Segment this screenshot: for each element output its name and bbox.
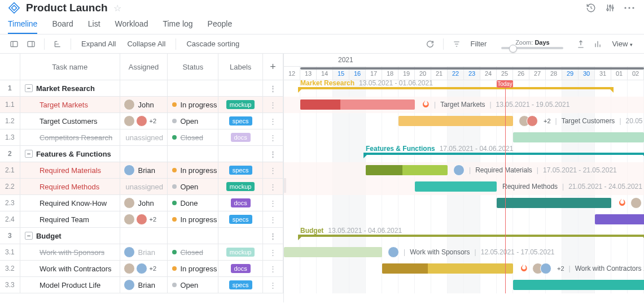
row-more-icon[interactable]: ⋮: [263, 146, 283, 162]
group-row[interactable]: 2−Features & Functions⋮: [0, 146, 283, 162]
row-more-icon[interactable]: ⋮: [263, 113, 283, 129]
assignee-more[interactable]: +2: [150, 118, 157, 124]
task-row[interactable]: 2.2Required MethodsunassignedOpenmockup⋮: [0, 179, 283, 195]
today-line: [505, 80, 506, 293]
row-more-icon[interactable]: ⋮: [263, 211, 283, 227]
tab-people[interactable]: People: [208, 19, 233, 34]
task-row[interactable]: 2.3Required Know-HowJohnDonedocs⋮: [0, 195, 283, 211]
gantt-bar[interactable]: Model Product Life: [513, 280, 644, 290]
tab-list[interactable]: List: [88, 19, 100, 34]
column-header-status[interactable]: Status: [168, 54, 218, 80]
label-badge[interactable]: docs: [231, 133, 251, 142]
gantt-bar[interactable]: +2|Target Customers|20.05: [398, 116, 513, 126]
summary-bar[interactable]: Budget13.05.2021 - 04.06.2021: [300, 235, 644, 237]
task-name: Model Product Life: [40, 281, 100, 289]
assignee-name: Brian: [138, 166, 155, 175]
gantt-bar[interactable]: |Target Markets|13.05.2021 - 19.05.2021: [300, 99, 415, 110]
svg-point-3: [624, 7, 626, 8]
label-badge[interactable]: mockup: [226, 182, 255, 191]
task-row[interactable]: 2.1Required MaterialsBrianIn progressspe…: [0, 162, 283, 179]
avatar: [124, 279, 135, 291]
task-row[interactable]: 2.4Required Team+2In progressspecs⋮: [0, 211, 283, 228]
hierarchy-icon[interactable]: [51, 38, 64, 50]
panel-right-icon[interactable]: [25, 38, 37, 50]
column-header-assigned[interactable]: Assigned: [120, 54, 168, 80]
assignee-more[interactable]: +2: [150, 265, 157, 272]
label-badge[interactable]: mockup: [226, 248, 255, 257]
collapse-toggle[interactable]: −: [25, 232, 33, 240]
tab-board[interactable]: Board: [52, 19, 73, 34]
row-more-icon[interactable]: ⋮: [263, 162, 283, 178]
label-badge[interactable]: docs: [231, 198, 251, 207]
column-header-task[interactable]: Task name: [20, 54, 120, 80]
collapse-toggle[interactable]: −: [25, 84, 33, 92]
filter-button[interactable]: Filter: [467, 40, 490, 48]
row-more-icon[interactable]: ⋮: [263, 195, 283, 211]
assignee-more[interactable]: +2: [557, 265, 564, 272]
export-icon[interactable]: [575, 38, 587, 50]
collapse-toggle[interactable]: −: [25, 150, 33, 158]
cascade-sorting-button[interactable]: Cascade sorting: [183, 40, 243, 48]
avatar: [124, 197, 135, 209]
row-more-icon[interactable]: ⋮: [263, 228, 283, 244]
panel-left-icon[interactable]: [8, 38, 20, 50]
row-more-icon[interactable]: ⋮: [263, 244, 283, 260]
avatar: [124, 246, 135, 258]
label-badge[interactable]: specs: [229, 215, 252, 224]
status-text: Closed: [180, 133, 203, 142]
status-dot: [172, 135, 177, 140]
settings-sliders-icon[interactable]: [603, 1, 617, 15]
expand-all-button[interactable]: Expand All: [78, 40, 119, 48]
gantt-bar[interactable]: |: [497, 198, 611, 208]
summary-bar[interactable]: Market Research13.05.2021 - 01.06.2021: [300, 87, 611, 89]
assignee-more[interactable]: +2: [150, 216, 157, 223]
gantt-bar[interactable]: |Work with Sponsors|12.05.2021 - 17.05.2…: [284, 247, 382, 257]
row-more-icon[interactable]: ⋮: [263, 277, 283, 293]
zoom-slider[interactable]: [501, 47, 563, 49]
gantt-bar[interactable]: Co: [513, 132, 644, 142]
column-header-labels[interactable]: Labels: [218, 54, 263, 80]
tab-time-log[interactable]: Time log: [163, 19, 192, 34]
more-menu-icon[interactable]: [623, 1, 636, 15]
tab-workload[interactable]: Workload: [115, 19, 148, 34]
group-row[interactable]: 1−Market Research⋮: [0, 80, 283, 97]
view-dropdown[interactable]: View ▾: [608, 40, 636, 48]
gantt-bar[interactable]: |Required Materials|17.05.2021 - 21.05.2…: [366, 165, 448, 175]
favorite-star-icon[interactable]: ☆: [113, 3, 121, 14]
summary-name: Market Research: [300, 79, 354, 87]
task-name: Competitors Research: [40, 133, 112, 142]
gantt-bar[interactable]: +2|Work with Contractors 1: [382, 263, 513, 274]
assignee-more[interactable]: +2: [544, 118, 551, 124]
row-index: 2.1: [0, 162, 20, 178]
task-row[interactable]: 1.2Target Customers+2Openspecs⋮: [0, 113, 283, 129]
gantt-bar[interactable]: Required Team: [595, 214, 644, 224]
label-badge[interactable]: mockup: [226, 100, 255, 109]
label-badge[interactable]: specs: [229, 280, 252, 289]
row-more-icon[interactable]: ⋮: [263, 261, 283, 276]
label-badge[interactable]: docs: [231, 264, 251, 273]
summary-dates: 13.05.2021 - 04.06.2021: [328, 227, 402, 235]
add-column-button[interactable]: +: [263, 54, 283, 80]
refresh-icon[interactable]: [424, 38, 436, 50]
task-row[interactable]: 3.3Model Product LifeBrianOpenspecs⋮: [0, 277, 283, 293]
zoom-control[interactable]: Zoom: Days: [501, 39, 563, 49]
row-more-icon[interactable]: ⋮: [263, 129, 283, 145]
columns-icon[interactable]: [592, 38, 604, 50]
label-badge[interactable]: specs: [229, 116, 252, 125]
group-row[interactable]: 3−Budget⋮: [0, 228, 283, 244]
row-more-icon[interactable]: ⋮: [263, 80, 283, 96]
avatar: [124, 214, 135, 225]
filter-icon[interactable]: [450, 38, 463, 50]
task-row[interactable]: 3.2Work with Contractors+2In progressdoc…: [0, 261, 283, 277]
task-row[interactable]: 1.1Target MarketsJohnIn progressmockup⋮: [0, 97, 283, 113]
label-badge[interactable]: specs: [229, 166, 252, 175]
row-more-icon[interactable]: ⋮: [263, 179, 283, 194]
tab-timeline[interactable]: Timeline: [8, 19, 37, 34]
row-more-icon[interactable]: ⋮: [263, 97, 283, 112]
gantt-bar[interactable]: Required Methods|21.05.2021 - 24.05.2021: [415, 181, 497, 192]
task-row[interactable]: 3.1Work with SponsorsBrianClosedmockup⋮: [0, 244, 283, 261]
task-row[interactable]: 1.3Competitors ResearchunassignedClosedd…: [0, 129, 283, 146]
timeline-day[interactable]: 12: [284, 67, 300, 80]
collapse-all-button[interactable]: Collapse All: [124, 40, 169, 48]
history-icon[interactable]: [584, 1, 598, 15]
